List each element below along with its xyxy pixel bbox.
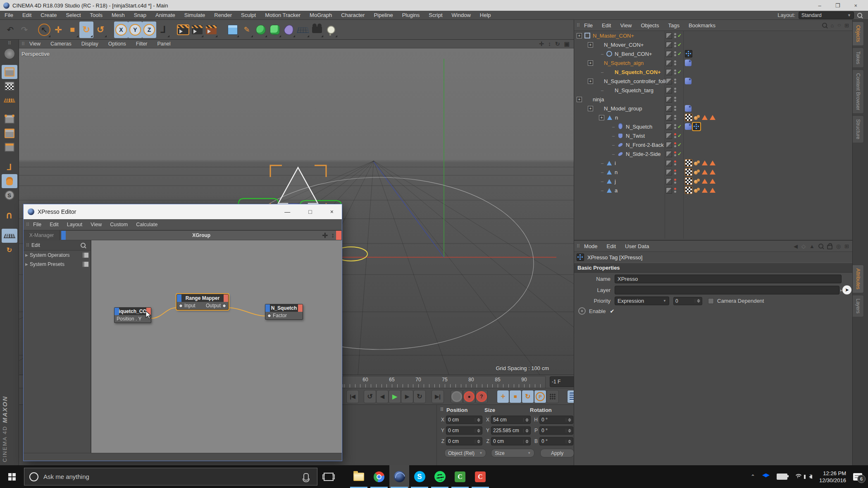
rotation-field[interactable]: 0 ° xyxy=(539,437,573,445)
priority-dropdown[interactable]: Expression▼ xyxy=(615,297,669,305)
tag-icon[interactable] xyxy=(685,60,692,66)
object-name[interactable]: N_Model_group xyxy=(604,105,642,112)
visibility-dots[interactable] xyxy=(674,51,676,56)
object-name[interactable]: n xyxy=(615,115,618,121)
last-tool-button[interactable]: ↺ xyxy=(93,22,107,38)
undo-button[interactable]: ↶ xyxy=(3,22,17,38)
previous-frame-button[interactable]: ◀ xyxy=(376,390,389,403)
live-selection-button[interactable]: ↖ xyxy=(37,22,51,38)
enabled-check-icon[interactable]: ✓ xyxy=(677,178,683,184)
rotate-button[interactable]: ↻ xyxy=(79,22,93,38)
menu-item[interactable]: MoGraph xyxy=(305,12,336,18)
object-tree-row[interactable]: + N_Squetch_algn ✓ xyxy=(574,58,852,67)
enabled-check-icon[interactable]: ✓ xyxy=(677,96,683,102)
enabled-check-icon[interactable]: ✓ xyxy=(677,60,683,66)
object-name[interactable]: N_Squetch_controller_follow xyxy=(604,78,672,84)
port-dot[interactable] xyxy=(267,314,271,318)
object-manager-menu-item[interactable]: Tags xyxy=(663,22,684,29)
goto-start-button[interactable]: |◀ xyxy=(346,390,359,403)
expander-icon[interactable]: – xyxy=(599,88,606,93)
viewport-menu-item[interactable]: View xyxy=(24,41,45,47)
xpool-tree-item[interactable]: ▶ System Operators xyxy=(24,251,91,260)
basic-properties-section[interactable]: Basic Properties xyxy=(574,263,852,273)
play-button[interactable]: ▶ xyxy=(389,390,401,403)
lock-icon[interactable] xyxy=(827,245,832,249)
menu-item[interactable]: Simulate xyxy=(180,12,210,18)
enabled-check-icon[interactable]: ✓ xyxy=(677,51,683,57)
object-name[interactable]: ninja xyxy=(593,96,604,103)
expander-icon[interactable]: ▶ xyxy=(25,262,28,266)
enabled-check-icon[interactable]: ✓ xyxy=(677,115,683,120)
next-frame-button[interactable]: ▶ xyxy=(401,390,413,403)
menu-item[interactable]: Tools xyxy=(86,12,107,18)
home-icon[interactable]: ⌂ xyxy=(831,22,834,29)
layer-chip[interactable] xyxy=(666,33,672,39)
tag-icon[interactable] xyxy=(709,160,716,166)
expander-icon[interactable]: – xyxy=(599,51,606,56)
viewport-camera-label[interactable]: Perspective xyxy=(21,51,50,57)
visibility-dots[interactable] xyxy=(674,69,676,74)
priority-number-field[interactable]: 0 xyxy=(673,297,702,305)
workplane-mode-button[interactable]: ↻ xyxy=(2,243,17,257)
menu-item[interactable]: Motion Tracker xyxy=(260,12,305,18)
visibility-dots[interactable] xyxy=(674,33,676,38)
grip-icon[interactable]: ⠿ xyxy=(0,40,19,47)
node-output-chip[interactable] xyxy=(224,294,228,302)
rotation-field[interactable]: 0 ° xyxy=(539,416,573,424)
layer-chip[interactable] xyxy=(666,187,672,194)
visibility-dots[interactable] xyxy=(674,188,676,193)
object-manager-menu-item[interactable]: View xyxy=(615,22,636,29)
tag-icon[interactable] xyxy=(685,50,692,57)
viewport-rotate-icon[interactable]: ↻ xyxy=(555,41,560,47)
keyframe-selection-button[interactable]: ? xyxy=(475,390,488,403)
make-editable-button[interactable] xyxy=(2,65,17,79)
visibility-dots[interactable] xyxy=(674,170,676,175)
object-tree-row[interactable]: + N_Model_group ✓ xyxy=(574,104,852,113)
object-manager-menu-item[interactable]: Objects xyxy=(636,22,663,29)
menu-item[interactable]: Create xyxy=(36,12,61,18)
position-field[interactable]: 0 cm xyxy=(446,416,482,424)
tag-icon[interactable] xyxy=(694,169,700,175)
tag-icon[interactable] xyxy=(709,114,716,121)
object-name[interactable]: n xyxy=(615,169,618,175)
taskbar-camtasia[interactable]: C xyxy=(450,465,470,488)
xpresso-pool-tab[interactable]: X-Manager xyxy=(24,230,60,240)
enabled-check-icon[interactable]: ✓ xyxy=(677,142,683,148)
close-button[interactable]: × xyxy=(330,208,334,215)
search-icon[interactable] xyxy=(818,244,823,249)
edges-mode-button[interactable] xyxy=(2,126,17,140)
expander-icon[interactable]: – xyxy=(610,151,617,156)
model-mode-button[interactable] xyxy=(2,79,17,93)
node-n-squetch[interactable]: N_Squetch Factor xyxy=(265,304,303,320)
visibility-dots[interactable] xyxy=(674,179,676,184)
visibility-dots[interactable] xyxy=(674,133,676,138)
layer-chip[interactable] xyxy=(666,51,672,57)
menu-item[interactable]: Animate xyxy=(151,12,180,18)
menu-item[interactable]: Window xyxy=(447,12,475,18)
expander-icon[interactable]: + xyxy=(588,60,593,66)
add-cube-button[interactable] xyxy=(226,22,240,38)
object-tree-row[interactable]: + n ✓ xyxy=(574,113,852,122)
history-back-icon[interactable]: ◀ xyxy=(794,243,798,249)
object-tree-row[interactable]: – N_Twist ✓ xyxy=(574,131,852,140)
viewport-menu-item[interactable]: Filter xyxy=(131,41,153,47)
minimize-button[interactable]: – xyxy=(818,2,821,9)
expander-icon[interactable]: + xyxy=(588,42,593,48)
expander-icon[interactable]: – xyxy=(599,160,606,165)
tag-icon[interactable] xyxy=(693,123,700,130)
tag-icon[interactable] xyxy=(701,178,708,184)
tag-icon[interactable] xyxy=(701,187,708,194)
grip-icon[interactable]: ⠿ xyxy=(574,244,579,249)
object-name[interactable]: N_Mover_CON+ xyxy=(604,42,644,48)
expander-icon[interactable]: – xyxy=(599,69,606,74)
layer-chip[interactable] xyxy=(666,124,672,130)
visibility-dots[interactable] xyxy=(674,97,676,102)
keyframe-presets-button[interactable] xyxy=(546,390,559,403)
object-tree-row[interactable]: – N_Side-2-Side ✓ xyxy=(574,149,852,158)
layer-chip[interactable] xyxy=(666,69,672,75)
enabled-check-icon[interactable]: ✓ xyxy=(677,187,683,193)
layout-dropdown[interactable]: Standard▼ xyxy=(799,12,854,19)
object-tree-row[interactable]: – j ✓ xyxy=(574,177,852,186)
add-generator-button[interactable] xyxy=(254,22,268,38)
enable-axis-button[interactable]: ⅃ xyxy=(2,160,17,174)
